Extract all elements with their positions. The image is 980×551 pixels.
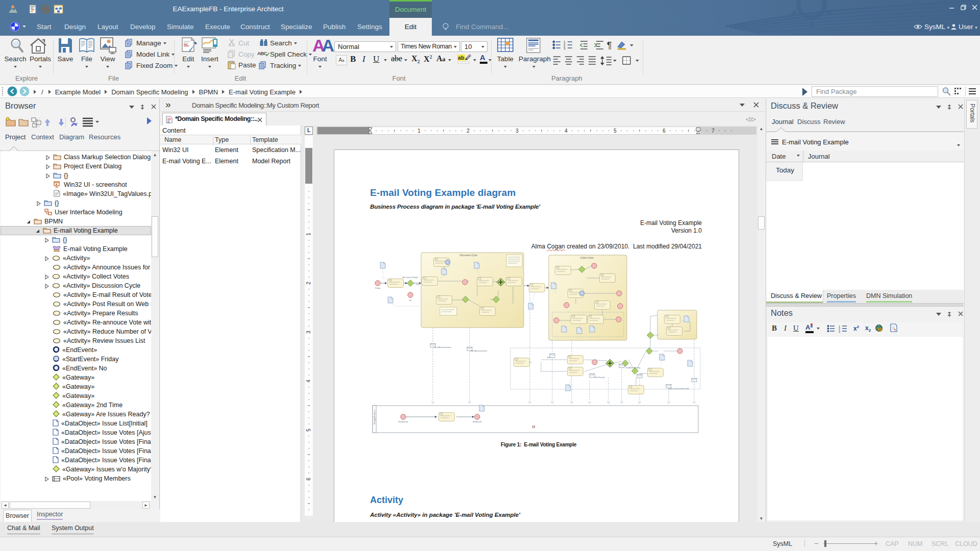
svg-text:2: 2 xyxy=(306,282,311,285)
svg-text:Vote Results: Vote Results xyxy=(595,377,605,379)
svg-text:4: 4 xyxy=(306,380,311,383)
svg-text:7: 7 xyxy=(712,128,715,134)
svg-text:3: 3 xyxy=(564,46,566,50)
svg-text:4: 4 xyxy=(565,128,568,134)
svg-text:EndEvent2: EndEvent2 xyxy=(473,421,482,423)
svg-text:Yes: Yes xyxy=(416,284,419,286)
svg-text:Vote Announcement: Vote Announcement xyxy=(471,350,487,352)
svg-text:Vote: Vote xyxy=(547,357,550,359)
svg-text:Vote announcement with: Vote announcement with xyxy=(669,388,689,390)
svg-text:6: 6 xyxy=(663,128,666,134)
svg-text:3: 3 xyxy=(516,128,519,134)
svg-text:6: 6 xyxy=(306,478,311,481)
svg-text:Voting Members: Voting Members xyxy=(373,410,376,424)
svg-text:StartEvent2: StartEvent2 xyxy=(399,421,408,423)
svg-text:Deadline Warning: Deadline Warning xyxy=(626,367,640,369)
svg-text:5: 5 xyxy=(614,128,617,134)
svg-text:2: 2 xyxy=(467,128,470,134)
svg-text:Issue Announcement: Issue Announcement xyxy=(434,346,451,348)
svg-text:3: 3 xyxy=(839,330,840,333)
svg-text:5: 5 xyxy=(306,429,311,432)
svg-text:Discussion Cycle: Discussion Cycle xyxy=(460,254,478,257)
svg-text:3: 3 xyxy=(306,331,311,334)
svg-text:Collect Votes: Collect Votes xyxy=(580,257,594,259)
svg-text:No: No xyxy=(409,299,412,302)
svg-text:Are Issues Ready?: Are Issues Ready? xyxy=(403,277,418,279)
svg-text:1: 1 xyxy=(418,128,421,134)
svg-text:¶: ¶ xyxy=(607,40,612,51)
svg-text:1: 1 xyxy=(306,233,311,236)
svg-text:Friday: Friday xyxy=(375,287,380,289)
